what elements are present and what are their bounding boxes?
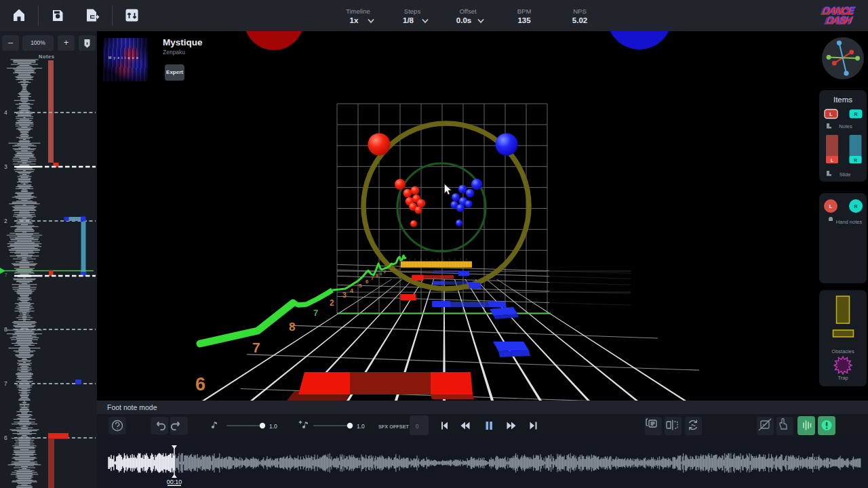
svg-text:L: L [829,112,833,117]
svg-text:8: 8 [289,321,295,333]
svg-text:1.0: 1.0 [357,423,365,430]
svg-text:2: 2 [4,218,7,224]
svg-text:1.0: 1.0 [269,423,277,430]
svg-text:4: 4 [350,287,353,294]
svg-text:2: 2 [330,298,334,308]
svg-text:6: 6 [4,434,7,441]
svg-text:8: 8 [4,326,7,333]
svg-text:Notes: Notes [839,123,852,129]
svg-text:Items: Items [833,96,852,104]
svg-text:3: 3 [4,163,7,170]
svg-text:8: 8 [376,273,378,278]
svg-text:6: 6 [366,279,368,285]
svg-text:4: 4 [4,109,7,116]
svg-text:7: 7 [4,380,7,387]
svg-text:3 4 5 6 7 8: 3 4 5 6 7 8 [388,268,399,271]
svg-text:5: 5 [359,283,362,289]
svg-text:00:10: 00:10 [167,479,182,485]
svg-text:L: L [831,158,833,163]
svg-text:6: 6 [195,374,205,394]
svg-text:7: 7 [5,272,7,277]
svg-text:3: 3 [342,291,347,299]
svg-text:Hand notes: Hand notes [836,219,863,225]
svg-text:R: R [854,112,857,117]
svg-text:Slide: Slide [840,171,851,178]
svg-text:R: R [854,158,857,163]
svg-text:4: 4 [465,258,467,261]
svg-text:L: L [829,204,833,209]
svg-text:SFX OFFSET: SFX OFFSET [378,424,410,430]
svg-text:2: 2 [408,258,410,261]
svg-text:0: 0 [416,423,419,430]
svg-text:4: 4 [420,258,422,261]
svg-text:2: 2 [431,258,433,261]
svg-text:1: 1 [426,258,428,261]
svg-text:4: 4 [443,258,445,261]
svg-text:3: 3 [437,258,439,261]
svg-text:2: 2 [454,258,456,261]
svg-text:1: 1 [448,258,450,261]
svg-text:R: R [854,204,857,209]
svg-text:3: 3 [414,258,416,261]
svg-text:3: 3 [460,258,462,261]
svg-text:7: 7 [313,308,318,318]
svg-text:7: 7 [371,276,374,281]
svg-text:8: 8 [380,272,382,276]
svg-text:7: 7 [252,340,260,355]
svg-text:2: 2 [384,270,386,274]
